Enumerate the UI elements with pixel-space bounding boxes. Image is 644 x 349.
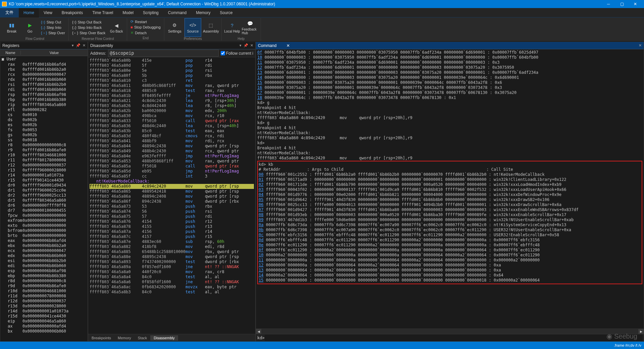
menu-tab-home[interactable]: Home [19, 8, 39, 17]
disasm-row[interactable]: fffff803`46a5a882418bf8movedi, r8d [90, 244, 254, 249]
reg-row[interactable]: r80x00000000000000c8 [0, 143, 88, 148]
feedback-button[interactable]: 💬Feedback Hub [242, 18, 259, 37]
disasm-row[interactable]: fffff803`46a5a83b85c0testeax, eax [90, 129, 254, 134]
restart-button[interactable]: ⟳Restart [129, 19, 162, 24]
reg-row[interactable]: r13d0x0000000000028000 [0, 304, 88, 309]
disasm-row[interactable]: fffff803`46a5a830498bcamovrcx, r10 [90, 113, 254, 118]
disasm-row[interactable]: fffff803`46a5a836488d4c2440learcx, [rsp+… [90, 123, 254, 129]
step-out-button[interactable]: {↑}Step Out [40, 20, 66, 24]
reg-row[interactable]: r130xfffff96000028000 [0, 168, 88, 173]
reg-row[interactable]: bx0x000000000006b060 [0, 329, 88, 334]
disasm-row[interactable]: fffff803`46a5a8b384c0testal, al [90, 290, 254, 295]
pin-icon[interactable]: 📌 [76, 43, 80, 48]
disasm-row[interactable]: fffff803`46a5a85fccint3 [90, 174, 254, 179]
disasm-row[interactable]: fffff803`46a5a84ee963feffffjmpnt!PerfLog… [90, 154, 254, 159]
reg-row[interactable]: efl0x00000282 [0, 107, 88, 112]
registers-header[interactable]: Registers ▾📌✕ [0, 42, 88, 49]
reg-row[interactable]: rdx0xffffd0016b86b060 [0, 77, 88, 82]
disasm-row[interactable]: fffff803`46a5a80e5epoprsi [90, 68, 254, 73]
disasm-row[interactable]: fffff803`46a5a8654889542418movqword ptr … [90, 189, 254, 194]
h-scrollbar[interactable]: ◀▶ [256, 329, 644, 334]
disasm-row[interactable]: fffff803`46a5a85deb95jmpnt!PerfLogImag [90, 169, 254, 174]
disasm-row[interactable]: fffff803`46a5a87e4883ec60subrsp, 60h [90, 239, 254, 244]
disasm-row[interactable]: fffff803`46a5a80d5fpoprdi [90, 63, 254, 68]
pin-icon[interactable]: 📌 [244, 43, 248, 48]
disasm-row[interactable]: fffff803`46a5a841488bf9movrdi, rcx [90, 139, 254, 144]
stop-debug-button[interactable]: ■Stop Debugging [129, 25, 162, 30]
disasm-row[interactable]: fffff803`46a5a88565488b1c2588010000movrb… [90, 249, 254, 254]
menu-tab-model[interactable]: Model [118, 8, 138, 17]
reg-row[interactable]: r14d0x0000000001a01073a [0, 309, 88, 314]
command-header[interactable]: Command✕ ✕ [256, 42, 644, 49]
reg-row[interactable]: es0x002b [0, 122, 88, 128]
reg-row[interactable]: r15d0x0000000041ce4430 [0, 314, 88, 319]
reg-row[interactable]: r12d0x0000000000000037 [0, 299, 88, 304]
disasm-row[interactable]: fffff803`46a5a83d480f48cfcmovsrcx, rdi [90, 134, 254, 139]
disasm-row[interactable]: fffff803`46a5a87456pushrsi [90, 209, 254, 214]
local-help-button[interactable]: ?Local Help [224, 18, 240, 37]
tab-close-icon[interactable]: ✕ [286, 43, 290, 48]
reg-row[interactable]: rbp0xffffd0016b86b380 [0, 97, 88, 102]
reg-row[interactable]: ebp0x000000006b86b380 [0, 273, 88, 279]
command-input[interactable] [265, 335, 642, 341]
reg-row[interactable]: r140x00000001a01073a [0, 173, 88, 178]
disasm-row[interactable]: fffff803`46a5a893f7437400200000testdword… [90, 259, 254, 264]
disasm-row[interactable]: fffff803`46a5a8a60f858fdf1600jnent! ?? :… [90, 280, 254, 285]
reg-row[interactable]: r9d0x000000006b86afe0 [0, 284, 88, 289]
disasm-row[interactable]: fffff803`46a5a87557pushrdi [90, 214, 254, 219]
reg-row[interactable]: rax0xffffd0016b86afd4 [0, 62, 88, 67]
close-button[interactable]: ✕ [629, 0, 642, 8]
reg-row[interactable]: ax0x000000000000afd4 [0, 324, 88, 329]
detach-button[interactable]: ⤫Detach [129, 30, 162, 35]
reg-row[interactable]: r11d0x0000000078000008 [0, 294, 88, 299]
menu-tab-source[interactable]: Source [215, 8, 237, 17]
reg-group-user[interactable]: ▣ User [0, 56, 88, 62]
close-icon[interactable]: ✕ [639, 43, 642, 48]
disasm-row[interactable]: fffff803`46a5a86f894c2438movdword ptr [r… [90, 199, 254, 204]
reg-row[interactable]: fs0x0053 [0, 128, 88, 133]
step-out-back-button[interactable]: {↑}Step Out Back [71, 20, 107, 24]
reg-row[interactable]: gs0x002b [0, 133, 88, 138]
reg-row[interactable]: eip0x0000000046a5a860 [0, 319, 88, 324]
menu-tab-breakpoints[interactable]: Breakpoints [57, 8, 88, 17]
dropdown-icon[interactable]: ▾ [72, 43, 74, 48]
disasm-row[interactable]: fffff803`46a5a87c4157pushr15 [90, 234, 254, 239]
disasm-row[interactable]: fffff803`46a5a8184885c0testrax, rax [90, 88, 254, 93]
step-into-back-button[interactable]: {↓}Step Into Back [71, 25, 107, 30]
disasm-row[interactable]: fffff803`46a5a8264c8d442440lear8, [rsp+4… [90, 103, 254, 108]
reg-row[interactable]: r120x0000000000000037 [0, 163, 88, 168]
disasm-row[interactable]: fffff803`46a5a833ff5010callqword ptr [ra… [90, 118, 254, 123]
reg-row[interactable]: rsi0xffffd0016b86b2b0 [0, 82, 88, 87]
disasm-row[interactable]: fffff803`46a5a89a0f857edf1600jnent! ?? :… [90, 264, 254, 269]
disasm-row[interactable]: fffff803`46a5a86a48894c2408movqword ptr … [90, 194, 254, 199]
disasm-row[interactable]: fffff803`46a5a88e48895c2438movqword ptr … [90, 254, 254, 259]
reg-row[interactable]: r90xffffd0016b86afe0 [0, 148, 88, 153]
reg-row[interactable]: dr00xfffff960001d9434 [0, 183, 88, 188]
tab-disassembly[interactable]: Disassembly [150, 335, 178, 341]
disassembly-header[interactable]: Disassembly ▾📌✕ [88, 42, 255, 49]
disasm-row[interactable]: fffff803`46a5a85aff5018callqword ptr [ra… [90, 164, 254, 169]
disasm-row[interactable]: fffff803`46a5a8784155pushr13 [90, 224, 254, 229]
reg-row[interactable]: r100xfffff80346681000 [0, 153, 88, 158]
dropdown-icon[interactable]: ▾ [239, 43, 241, 48]
disasm-row[interactable]: fffff803`46a5a84448894c2438movqword ptr … [90, 144, 254, 149]
reg-row[interactable]: r8d0x00000000000000c8 [0, 279, 88, 284]
reg-row[interactable]: rip0xfffff80346a5a860 [0, 102, 88, 107]
menu-tab-command[interactable]: Command [163, 8, 191, 17]
tab-breakpoints[interactable]: Breakpoints [88, 335, 114, 341]
disasm-row[interactable]: fffff803`46a5a8604c894c2420movqword ptr … [90, 184, 254, 189]
tab-stack[interactable]: Stack [135, 335, 151, 341]
reg-row[interactable]: r10d0x0000000046681000 [0, 289, 88, 294]
reg-row[interactable]: ebx0x000000006b86b2a0 [0, 243, 88, 248]
menu-tab-view[interactable]: View [39, 8, 57, 17]
reg-row[interactable]: rsp0xffffd0016b86af98 [0, 92, 88, 97]
reg-row[interactable]: rbx0xffffd0016b86b2a0 [0, 67, 88, 72]
reg-row[interactable]: edx0x000000006b86b060 [0, 253, 88, 258]
reg-row[interactable]: brfrom0x0000000000000000 [0, 228, 88, 233]
minimize-button[interactable]: ─ [602, 0, 615, 8]
reg-row[interactable]: dr20xfffff9600025cc13 [0, 193, 88, 198]
close-icon[interactable]: ✕ [83, 43, 86, 48]
reg-row[interactable]: dr30xfffff80346a5a860 [0, 198, 88, 203]
disasm-row[interactable]: fffff803`46a5a87a4156pushr14 [90, 229, 254, 234]
go-back-button[interactable]: ◀Go Back [108, 18, 125, 37]
